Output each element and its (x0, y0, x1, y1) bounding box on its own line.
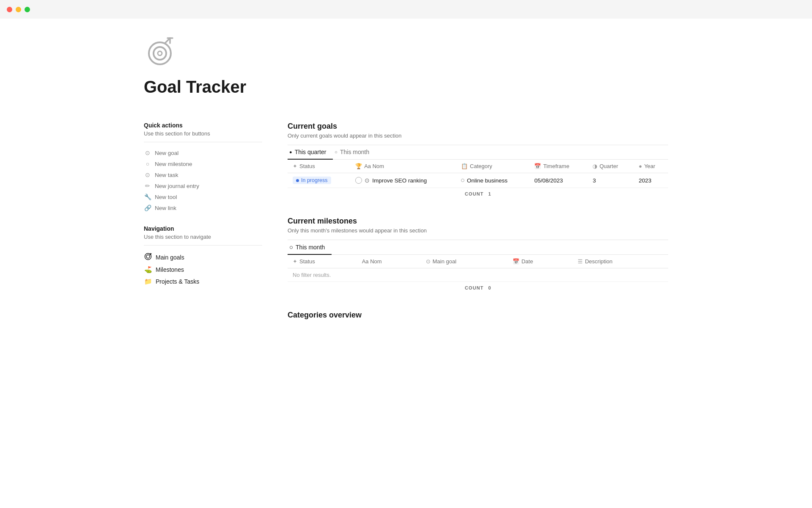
ms-status-label: Status (299, 258, 315, 265)
row-timeframe-cell: 05/08/2023 (529, 173, 587, 188)
navigation-title: Navigation (144, 225, 262, 232)
col-quarter: ◑ Quarter (587, 160, 634, 173)
no-results-row: No filter results. (288, 268, 668, 282)
milestones-count-label: COUNT (465, 285, 484, 290)
quick-action-new-link[interactable]: 🔗 New link (144, 202, 262, 213)
ms-goal-icon: ⊙ (426, 258, 431, 265)
current-milestones-title: Current milestones (288, 217, 668, 226)
row-nom-cell: ⊙ Improve SEO ranking (350, 173, 456, 188)
current-goals-tabs: ● This quarter ○ This month (288, 145, 668, 160)
new-journal-label: New journal entry (155, 183, 199, 189)
projects-tasks-label: Projects & Tasks (156, 278, 199, 285)
navigation-section: Navigation Use this section to navigate (144, 225, 262, 287)
tab-this-month[interactable]: ○ This month (333, 145, 376, 160)
navigation-desc: Use this section to navigate (144, 234, 262, 240)
count-value: 1 (488, 191, 491, 196)
new-milestone-icon: ○ (144, 160, 151, 167)
table-header-row: ✦ Status 🏆 Aa Nom (288, 160, 668, 173)
new-milestone-label: New milestone (155, 161, 192, 167)
current-goals-title: Current goals (288, 122, 668, 131)
milestones-count-value: 0 (488, 285, 491, 290)
goal-circle-icon (355, 177, 362, 184)
new-task-icon: ⊙ (144, 171, 151, 178)
content-area: Current goals Only current goals would a… (288, 122, 668, 337)
count-cell: COUNT 1 (288, 188, 668, 200)
new-goal-label: New goal (155, 150, 178, 156)
col-year: ● Year (634, 160, 668, 173)
sidebar: Quick actions Use this section for butto… (144, 122, 262, 337)
milestones-header-row: ✦ Status Aa Nom ⊙ (288, 255, 668, 268)
goal-name-text: Improve SEO ranking (372, 177, 427, 184)
new-journal-icon: ✏ (144, 182, 151, 189)
sidebar-item-projects-tasks[interactable]: 📁 Projects & Tasks (144, 276, 262, 287)
milestones-month-icon: ○ (289, 243, 293, 251)
tab-milestones-this-month[interactable]: ○ This month (288, 240, 332, 255)
ms-col-description: ☰ Description (573, 255, 668, 268)
milestones-count-cell: COUNT 0 (288, 282, 668, 294)
minimize-button[interactable] (16, 7, 21, 12)
new-task-label: New task (155, 172, 178, 178)
main-goals-label: Main goals (156, 254, 184, 261)
current-milestones-section: Current milestones Only this month's mil… (288, 217, 668, 294)
quick-actions-title: Quick actions (144, 122, 262, 129)
categories-overview-title: Categories overview (288, 311, 668, 320)
ms-col-nom: Aa Nom (357, 255, 421, 268)
status-dot (296, 179, 299, 182)
category-col-icon: 📋 (461, 163, 468, 169)
category-text: Online business (467, 177, 508, 184)
projects-tasks-icon: 📁 (144, 278, 152, 285)
ms-date-label: Date (521, 258, 533, 265)
row-year-cell: 2023 (634, 173, 668, 188)
row-category-cell: Online business (456, 173, 529, 188)
current-milestones-tabs: ○ This month (288, 240, 668, 255)
quick-action-new-tool[interactable]: 🔧 New tool (144, 191, 262, 202)
quarter-col-icon: ◑ (593, 163, 597, 169)
this-quarter-icon: ● (289, 149, 292, 155)
svg-point-7 (146, 255, 150, 258)
quick-action-new-journal[interactable]: ✏ New journal entry (144, 180, 262, 191)
svg-point-1 (154, 47, 166, 60)
titlebar (0, 0, 812, 19)
this-quarter-label: This quarter (295, 149, 326, 155)
goal-emoji-icon: ⊙ (365, 177, 370, 184)
navigation-divider (144, 245, 262, 246)
categories-overview-section: Categories overview (288, 311, 668, 320)
milestones-icon: ⛳ (144, 266, 152, 273)
quick-action-new-task[interactable]: ⊙ New task (144, 169, 262, 180)
count-label: COUNT (465, 191, 484, 196)
this-month-label: This month (340, 149, 369, 155)
quick-actions-desc: Use this section for buttons (144, 130, 262, 137)
main-layout: Quick actions Use this section for butto… (144, 122, 668, 337)
quarter-col-label: Quarter (599, 163, 618, 169)
ms-col-status: ✦ Status (288, 255, 357, 268)
status-col-icon: ✦ (293, 163, 297, 169)
col-category: 📋 Category (456, 160, 529, 173)
timeframe-col-icon: 📅 (534, 163, 541, 169)
page-header: Goal Tracker (144, 19, 668, 122)
sidebar-item-main-goals[interactable]: Main goals (144, 251, 262, 264)
main-goals-icon (144, 253, 152, 262)
maximize-button[interactable] (25, 7, 30, 12)
year-col-label: Year (644, 163, 655, 169)
target-icon (144, 36, 178, 69)
year-col-icon: ● (639, 163, 642, 169)
current-goals-table: ✦ Status 🏆 Aa Nom (288, 160, 668, 200)
milestones-count-row: COUNT 0 (288, 282, 668, 294)
sidebar-item-milestones[interactable]: ⛳ Milestones (144, 264, 262, 276)
current-milestones-table: ✦ Status Aa Nom ⊙ (288, 255, 668, 294)
new-tool-label: New tool (155, 194, 177, 200)
status-col-label: Status (299, 163, 315, 169)
quick-action-new-milestone[interactable]: ○ New milestone (144, 158, 262, 169)
current-goals-section: Current goals Only current goals would a… (288, 122, 668, 200)
no-results-cell: No filter results. (288, 268, 668, 282)
quick-action-new-goal[interactable]: ⊙ New goal (144, 147, 262, 158)
close-button[interactable] (7, 7, 12, 12)
this-month-icon: ○ (335, 149, 337, 155)
ms-desc-label: Description (585, 258, 612, 265)
nom-col-icon: 🏆 (355, 163, 362, 169)
tab-this-quarter[interactable]: ● This quarter (288, 145, 333, 160)
ms-date-icon: 📅 (513, 258, 519, 265)
ms-status-icon: ✦ (293, 258, 297, 265)
category-cell: Online business (461, 177, 524, 184)
new-link-icon: 🔗 (144, 204, 151, 211)
